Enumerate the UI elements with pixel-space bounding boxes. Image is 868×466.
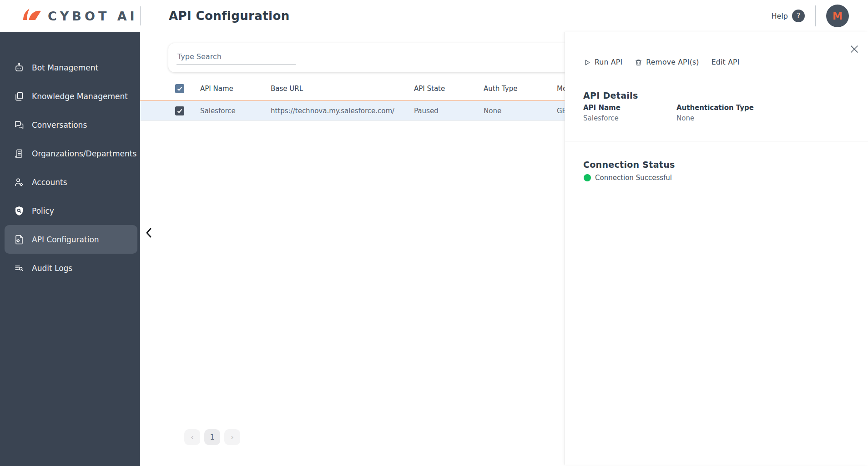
search-input[interactable]	[177, 50, 296, 65]
chevron-left-icon	[146, 227, 152, 239]
check-icon	[177, 108, 183, 114]
sidebar-item-label: Policy	[32, 206, 54, 215]
app-root: CYBOT AI API Configuration Help ? M Bot …	[0, 0, 868, 466]
table-row[interactable]: Salesforce https://technova.my.salesforc…	[140, 100, 565, 121]
sidebar-item-label: Conversations	[32, 120, 87, 130]
run-api-label: Run API	[595, 58, 622, 66]
help-label: Help	[772, 12, 788, 20]
sidebar-item-conversations[interactable]: Conversations	[0, 110, 140, 139]
api-details-panel: Run API Remove API(s) Edit API API Detai…	[565, 32, 868, 465]
select-all-checkbox[interactable]	[175, 84, 184, 93]
pagination-page-1-button[interactable]: 1	[204, 429, 220, 445]
panel-action-bar: Run API Remove API(s) Edit API	[583, 58, 740, 66]
edit-api-label: Edit API	[712, 58, 740, 66]
sidebar-item-knowledge-management[interactable]: Knowledge Management	[0, 82, 140, 110]
chat-bubbles-icon	[14, 120, 25, 130]
documents-icon	[14, 91, 25, 102]
cell-api-name: Salesforce	[200, 107, 271, 115]
column-header-base-url: Base URL	[271, 85, 414, 93]
brand-mark-icon	[21, 8, 42, 24]
row-checkbox[interactable]	[175, 106, 184, 115]
status-success-dot-icon	[584, 174, 591, 181]
sidebar-item-label: Knowledge Management	[32, 92, 128, 101]
field-auth-type: Authentication Type None	[676, 104, 754, 122]
column-header-method: Method	[557, 85, 565, 93]
cell-base-url: https://technova.my.salesforce.com/	[271, 107, 414, 115]
connection-status-row: Connection Successful	[584, 174, 672, 182]
field-auth-type-label: Authentication Type	[676, 104, 754, 112]
run-api-button[interactable]: Run API	[583, 58, 622, 66]
connection-status-text: Connection Successful	[595, 174, 672, 182]
user-gear-icon	[14, 177, 25, 188]
sidebar-item-label: Bot Management	[32, 63, 98, 72]
remove-api-button[interactable]: Remove API(s)	[635, 58, 699, 66]
bot-icon	[14, 62, 25, 73]
panel-divider	[565, 141, 868, 141]
sidebar-item-accounts[interactable]: Accounts	[0, 168, 140, 196]
table-header-row: API Name Base URL API State Auth Type Me…	[140, 77, 565, 100]
sidebar-item-policy[interactable]: Policy	[0, 196, 140, 225]
brand-name: CYBOT AI	[48, 9, 138, 23]
connection-status-heading: Connection Status	[583, 160, 675, 170]
topbar-right: Help ? M	[772, 5, 868, 27]
pagination: ‹ 1 ›	[184, 429, 240, 445]
cell-api-state: Paused	[414, 107, 484, 115]
edit-api-button[interactable]: Edit API	[712, 58, 740, 66]
field-auth-type-value: None	[676, 114, 754, 122]
search-card	[168, 43, 565, 72]
building-icon	[14, 148, 25, 159]
document-gear-icon	[14, 234, 25, 245]
header-divider	[815, 5, 816, 26]
avatar[interactable]: M	[826, 5, 849, 27]
sidebar-item-api-configuration[interactable]: API Configuration	[5, 225, 137, 254]
trash-icon	[635, 59, 642, 66]
sidebar-item-audit-logs[interactable]: Audit Logs	[0, 254, 140, 282]
topbar: CYBOT AI API Configuration Help ? M	[0, 0, 868, 32]
shield-search-icon	[14, 205, 25, 216]
list-search-icon	[14, 263, 25, 274]
column-header-api-name: API Name	[200, 85, 271, 93]
play-icon	[583, 59, 591, 66]
sidebar-item-label: API Configuration	[32, 235, 99, 244]
help-icon[interactable]: ?	[792, 10, 805, 22]
sidebar-item-organizations-departments[interactable]: Organzations/Departments	[0, 139, 140, 168]
remove-api-label: Remove API(s)	[646, 58, 699, 66]
cell-auth-type: None	[484, 107, 557, 115]
column-header-api-state: API State	[414, 85, 484, 93]
main-content: API Name Base URL API State Auth Type Me…	[140, 32, 565, 466]
sidebar-collapse-button[interactable]	[144, 226, 154, 240]
sidebar: Bot Management Knowledge Management Conv…	[0, 32, 140, 466]
api-details-heading: API Details	[583, 90, 638, 100]
close-icon[interactable]	[849, 44, 860, 55]
cell-method: GET	[557, 107, 565, 115]
sidebar-item-label: Organzations/Departments	[32, 149, 136, 158]
sidebar-item-label: Accounts	[32, 178, 67, 187]
check-icon	[177, 85, 183, 92]
brand-logo: CYBOT AI	[0, 8, 140, 24]
api-details-fields: API Name Salesforce Authentication Type …	[583, 104, 754, 122]
field-api-name-value: Salesforce	[583, 114, 676, 122]
sidebar-item-bot-management[interactable]: Bot Management	[0, 53, 140, 82]
pagination-next-button[interactable]: ›	[224, 429, 240, 445]
field-api-name-label: API Name	[583, 104, 676, 112]
page-title: API Configuration	[169, 9, 290, 23]
pagination-prev-button[interactable]: ‹	[184, 429, 200, 445]
column-header-auth-type: Auth Type	[484, 85, 557, 93]
topbar-divider	[140, 6, 141, 25]
field-api-name: API Name Salesforce	[583, 104, 676, 122]
sidebar-item-label: Audit Logs	[32, 264, 72, 273]
